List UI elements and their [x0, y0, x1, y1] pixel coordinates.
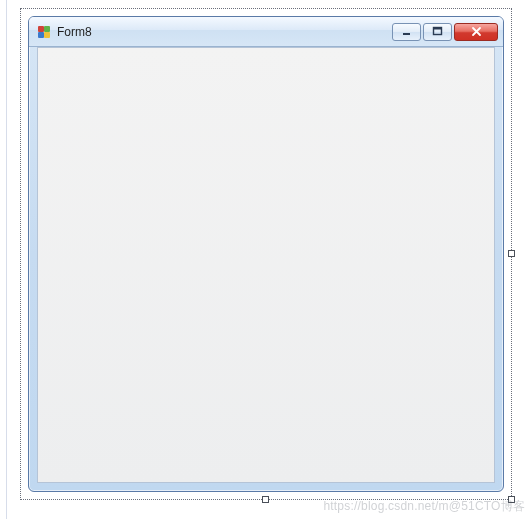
title-bar[interactable]: Form8 [29, 17, 503, 47]
ruler-guide [6, 0, 7, 519]
form-client-area[interactable] [37, 47, 495, 483]
minimize-button[interactable] [392, 23, 421, 41]
close-button[interactable] [454, 23, 498, 41]
svg-rect-6 [434, 28, 442, 30]
svg-rect-3 [44, 32, 50, 38]
svg-rect-0 [38, 26, 44, 32]
app-icon [37, 25, 51, 39]
window-control-buttons [392, 23, 498, 41]
resize-handle-east[interactable] [508, 250, 515, 257]
form-window[interactable]: Form8 [28, 16, 504, 492]
maximize-icon [432, 26, 443, 37]
svg-rect-1 [44, 26, 50, 32]
maximize-button[interactable] [423, 23, 452, 41]
svg-rect-4 [403, 33, 410, 35]
svg-rect-2 [38, 32, 44, 38]
window-title: Form8 [57, 25, 392, 39]
watermark-text: https://blog.csdn.net/m@51CTO博客 [323, 498, 525, 515]
designer-surface[interactable]: Form8 [0, 0, 531, 519]
close-icon [470, 26, 483, 37]
minimize-icon [401, 26, 412, 37]
resize-handle-south[interactable] [262, 496, 269, 503]
